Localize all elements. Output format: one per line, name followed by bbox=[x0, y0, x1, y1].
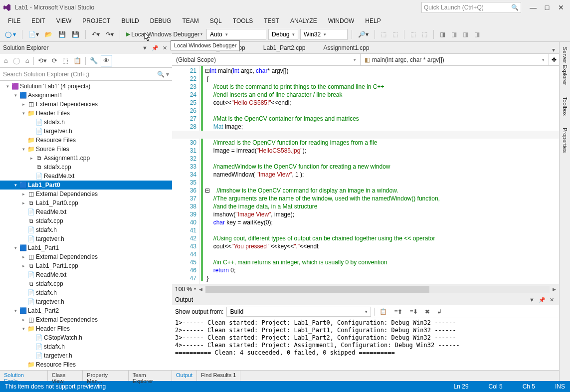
menu-project[interactable]: PROJECT bbox=[77, 16, 115, 26]
tree-item[interactable]: ▾🟦Assignment1 bbox=[0, 91, 172, 100]
tree-item[interactable]: 📄targetver.h bbox=[0, 351, 172, 360]
prev-message-button[interactable]: ≡⬆ bbox=[392, 308, 404, 315]
collapse-icon[interactable]: ⬚ bbox=[60, 55, 70, 66]
word-wrap-button[interactable]: ↲ bbox=[435, 308, 444, 315]
code-editor[interactable]: 2122232425262728293031323334353637383940… bbox=[172, 66, 559, 284]
close-button[interactable]: ✕ bbox=[554, 2, 568, 13]
bookmark-clear[interactable]: ◨ bbox=[472, 30, 482, 39]
tree-item[interactable]: 📄targetver.h bbox=[0, 127, 172, 136]
close-panel-icon[interactable]: ✕ bbox=[161, 45, 169, 51]
tab-team-explorer[interactable]: Team Explorer bbox=[129, 371, 172, 381]
pin-icon[interactable]: 📌 bbox=[537, 297, 548, 303]
uncomment-button[interactable]: ⬚ bbox=[420, 30, 429, 39]
menu-test[interactable]: TEST bbox=[259, 16, 284, 26]
tree-item[interactable]: 📄ReadMe.txt bbox=[0, 172, 172, 181]
maximize-button[interactable]: □ bbox=[540, 2, 554, 13]
tree-item[interactable]: ▾🟦Lab1_Part2 bbox=[0, 306, 172, 315]
show-all-icon[interactable]: 📋 bbox=[71, 55, 83, 66]
horizontal-scrollbar[interactable] bbox=[205, 286, 550, 293]
menu-analyze[interactable]: ANALYZE bbox=[285, 16, 322, 26]
tree-item[interactable]: 📄stdafx.h bbox=[0, 288, 172, 297]
outdent-button[interactable]: ⬚ bbox=[379, 30, 388, 39]
bookmark-next[interactable]: ◨ bbox=[461, 30, 470, 39]
menu-window[interactable]: WINDOW bbox=[323, 16, 360, 26]
bookmark-prev[interactable]: ◨ bbox=[449, 30, 459, 39]
new-project-button[interactable]: 📄▾ bbox=[26, 30, 41, 39]
menu-edit[interactable]: EDIT bbox=[26, 16, 50, 26]
forward-icon[interactable]: ◯ bbox=[11, 55, 22, 66]
tree-item[interactable]: ⧉stdafx.cpp bbox=[0, 279, 172, 288]
undo-button[interactable]: ↶▾ bbox=[90, 30, 102, 39]
tree-item[interactable]: 📄stdafx.h bbox=[0, 342, 172, 351]
start-debugging-button[interactable]: ▶ Local Windows Debugger ▾ bbox=[124, 30, 204, 39]
refresh-icon[interactable]: ⟳ bbox=[50, 55, 59, 66]
tree-item[interactable]: 📄ReadMe.txt bbox=[0, 207, 172, 216]
properties-icon[interactable]: 🔧 bbox=[88, 55, 100, 66]
tree-root[interactable]: ▾🟪Solution 'Lab1' (4 projects) bbox=[0, 82, 172, 91]
browse-button[interactable]: 🔎▾ bbox=[356, 30, 371, 39]
scroll-left-icon[interactable]: ◀ bbox=[199, 287, 202, 292]
tab-server-explorer[interactable]: Server Explorer bbox=[562, 45, 568, 87]
minimize-button[interactable]: — bbox=[526, 2, 540, 13]
menu-view[interactable]: VIEW bbox=[51, 16, 77, 26]
tree-item[interactable]: ▸⧉Lab1_Part1.cpp bbox=[0, 261, 172, 270]
tree-item[interactable]: 📁Resource Files bbox=[0, 360, 172, 369]
tab-lab1-part2[interactable]: Lab1_Part2.cpp bbox=[254, 42, 315, 53]
tree-item[interactable]: ▸◫External Dependencies bbox=[0, 252, 172, 261]
quick-launch-input[interactable]: Quick Launch (Ctrl+Q) 🔍 bbox=[421, 2, 521, 13]
menu-team[interactable]: TEAM bbox=[177, 16, 203, 26]
tab-find-results[interactable]: Find Results 1 bbox=[197, 371, 240, 381]
tree-item[interactable]: 📄stdafx.h bbox=[0, 225, 172, 234]
tree-item[interactable]: ▾📁Header Files bbox=[0, 324, 172, 333]
tab-class-view[interactable]: Class View bbox=[48, 371, 83, 381]
tree-item[interactable]: 📁Resource Files bbox=[0, 136, 172, 145]
output-dropdown-icon[interactable]: ▼ bbox=[527, 297, 537, 303]
comment-button[interactable]: ⬚ bbox=[408, 30, 418, 39]
home2-icon[interactable]: ⌂ bbox=[23, 55, 31, 66]
tree-item[interactable]: ▾🟦Lab1_Part1 bbox=[0, 243, 172, 252]
tree-item[interactable]: ⧉stdafx.cpp bbox=[0, 216, 172, 225]
bookmark-toggle[interactable]: ◨ bbox=[438, 30, 447, 39]
menu-file[interactable]: FILE bbox=[3, 16, 25, 26]
tree-item[interactable]: 📄targetver.h bbox=[0, 297, 172, 306]
scope-left[interactable]: (Global Scope)▾ bbox=[172, 54, 361, 65]
find-message-button[interactable]: 📋 bbox=[378, 308, 389, 315]
clear-button[interactable]: ✖ bbox=[423, 308, 432, 315]
tree-item[interactable]: ▸◫External Dependencies bbox=[0, 315, 172, 324]
combo-platform[interactable]: Win32▾ bbox=[300, 29, 348, 40]
save-all-button[interactable]: 💾 bbox=[70, 30, 81, 39]
scroll-right-icon[interactable]: ▶ bbox=[553, 287, 556, 292]
menu-sql[interactable]: SQL bbox=[205, 16, 227, 26]
preview-icon[interactable]: 👁 bbox=[101, 55, 112, 66]
solution-search-input[interactable]: Search Solution Explorer (Ctrl+;) 🔍 ▾ bbox=[0, 68, 172, 81]
tree-item[interactable]: 📄ReadMe.txt bbox=[0, 270, 172, 279]
tree-item[interactable]: ▾📁Source Files bbox=[0, 145, 172, 154]
indent-button[interactable]: ⬚ bbox=[390, 30, 400, 39]
tab-toolbox[interactable]: Toolbox bbox=[562, 95, 568, 118]
output-text[interactable]: 1>------ Clean started: Project: Lab1_Pa… bbox=[172, 318, 559, 370]
open-file-button[interactable]: 📂 bbox=[43, 30, 54, 39]
tree-item[interactable]: ⧉stdafx.cpp bbox=[0, 163, 172, 172]
tree-item[interactable]: 📄targetver.h bbox=[0, 234, 172, 243]
scope-right[interactable]: ◧ main(int argc, char * argv[])▾ bbox=[361, 54, 549, 65]
tab-assignment1[interactable]: Assignment1.cpp bbox=[314, 42, 378, 53]
next-message-button[interactable]: ≡⬇ bbox=[407, 308, 420, 315]
menu-help[interactable]: HELP bbox=[360, 16, 385, 26]
redo-button[interactable]: ↷▾ bbox=[104, 30, 116, 39]
dropdown-icon[interactable]: ▼ bbox=[140, 45, 150, 51]
sync-icon[interactable]: ⟲▾ bbox=[36, 55, 49, 66]
combo-auto[interactable]: Auto▾ bbox=[206, 29, 266, 40]
split-icon[interactable]: ✥ bbox=[549, 54, 559, 65]
combo-config[interactable]: Debug▾ bbox=[268, 29, 298, 40]
tree-item[interactable]: ▸⧉Assignment1.cpp bbox=[0, 154, 172, 163]
home-icon[interactable]: ⌂ bbox=[2, 55, 10, 66]
tab-solution-explorer[interactable]: Solution Explo... bbox=[0, 371, 48, 381]
pin-icon[interactable]: 📌 bbox=[150, 45, 161, 51]
tree-item[interactable]: 📄CStopWatch.h bbox=[0, 333, 172, 342]
tree-item[interactable]: ▸◫External Dependencies bbox=[0, 100, 172, 109]
output-source-combo[interactable]: Build▾ bbox=[226, 307, 371, 317]
tree-item[interactable]: ▸◫External Dependencies bbox=[0, 190, 172, 198]
tab-overflow-icon[interactable]: ▾ bbox=[548, 46, 559, 53]
save-button[interactable]: 💾 bbox=[56, 30, 68, 39]
tree-item[interactable]: ▾🟦Lab1_Part0 bbox=[0, 181, 172, 190]
